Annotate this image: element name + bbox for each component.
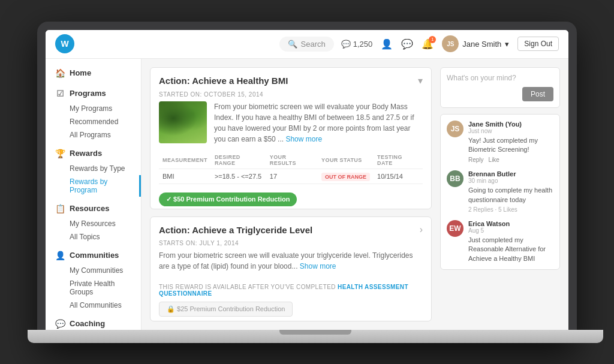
card-triglyceride: Action: Achieve a Triglyceride Level › S… <box>150 216 432 321</box>
sidebar-item-communities[interactable]: 👤 Communities <box>46 247 141 264</box>
card-triglyceride-show-more[interactable]: Show more <box>300 262 336 270</box>
feed-content-0: Jane Smith (You) Just now Yay! Just comp… <box>468 121 553 164</box>
cell-measurement: BMI <box>159 169 211 183</box>
card-triglyceride-header: Action: Achieve a Triglyceride Level › <box>151 217 431 240</box>
sidebar-item-rewards-by-type[interactable]: Rewards by Type <box>46 162 141 175</box>
sidebar-item-my-resources[interactable]: My Resources <box>46 217 141 230</box>
feed-time-2: Aug 5 <box>468 227 553 234</box>
cell-results: 17 <box>266 169 318 183</box>
feed-item-0: JS Jane Smith (You) Just now Yay! Just c… <box>447 121 553 164</box>
card-bmi-chevron[interactable]: ▾ <box>418 75 423 86</box>
sidebar-section-coaching: 💬 Coaching My Coaching Sessions My Quest… <box>46 315 141 330</box>
messages-icon-btn[interactable]: 💬 <box>401 38 413 50</box>
sidebar-item-my-programs[interactable]: My Programs <box>46 102 141 115</box>
col-your-status: YOUR STATUS <box>318 152 374 169</box>
coaching-label: Coaching <box>70 319 105 328</box>
sidebar: 🏠 Home ☑ Programs My Programs Recommende… <box>46 59 142 330</box>
feed-avatar-2: EW <box>447 220 463 237</box>
card-triglyceride-body: From your biometric screen we will evalu… <box>151 250 431 279</box>
card-triglyceride-title: Action: Achieve a Triglyceride Level <box>159 225 312 235</box>
card-bmi-body: From your biometric screen we will evalu… <box>151 101 431 152</box>
home-label: Home <box>70 68 91 77</box>
feed-name-0: Jane Smith (You) <box>468 121 553 128</box>
navbar-icons: 💬 1,250 👤 💬 🔔 1 JS Jane Smith ▾ Sign Out <box>341 35 559 52</box>
col-desired-range: DESIRED RANGE <box>211 152 266 169</box>
feed-avatar-0: JS <box>447 121 463 137</box>
cell-desired-range: >=18.5 - <=27.5 <box>211 169 266 183</box>
logo[interactable]: W <box>55 34 74 53</box>
feed-name-2: Erica Watson <box>468 220 553 227</box>
card-bmi-show-more[interactable]: Show more <box>285 135 322 143</box>
card-bmi-meta: STARTED ON: OCTOBER 15, 2014 <box>151 91 431 101</box>
cell-status: OUT OF RANGE <box>318 169 374 183</box>
sidebar-item-recommended[interactable]: Recommended <box>46 115 141 128</box>
biometric-table: MEASUREMENT DESIRED RANGE YOUR RESULTS Y… <box>159 152 423 184</box>
communities-label: Communities <box>70 251 119 260</box>
programs-label: Programs <box>70 89 106 98</box>
sidebar-item-private-health-groups[interactable]: Private Health Groups <box>46 277 141 299</box>
col-testing-date: TESTING DATE <box>374 152 423 169</box>
chevron-down-icon: ▾ <box>505 40 509 49</box>
feed-stats-1: 2 Replies · 5 Likes <box>468 206 553 213</box>
main-layout: 🏠 Home ☑ Programs My Programs Recommende… <box>46 59 568 330</box>
search-bar[interactable]: 🔍 Search <box>279 37 334 52</box>
sidebar-section-programs: ☑ Programs My Programs Recommended All P… <box>46 85 141 142</box>
table-row: BMI >=18.5 - <=27.5 17 OUT OF RANGE 10/1… <box>159 169 423 183</box>
home-icon: 🏠 <box>55 68 65 78</box>
feed-avatar-1: BB <box>447 170 463 187</box>
notification-badge: 1 <box>429 36 436 43</box>
sidebar-section-communities: 👤 Communities My Communities Private Hea… <box>46 247 141 312</box>
sidebar-item-home[interactable]: 🏠 Home <box>46 65 141 82</box>
feed-content-1: Brennan Butler 30 min ago Going to compl… <box>468 170 553 213</box>
card-triglyceride-chevron[interactable]: › <box>420 224 423 235</box>
feed-time-0: Just now <box>468 128 553 134</box>
social-sidebar: What's on your mind? Post JS Jane <box>440 67 560 321</box>
coaching-icon: 💬 <box>55 319 65 329</box>
sidebar-section-resources: 📋 Resources My Resources All Topics <box>46 200 141 243</box>
col-measurement: MEASUREMENT <box>159 152 211 169</box>
card-bmi-image <box>159 101 207 143</box>
reply-link-0[interactable]: Reply <box>468 157 484 163</box>
sidebar-section-rewards: 🏆 Rewards Rewards by Type Rewards by Pro… <box>46 145 141 197</box>
user-avatar: JS <box>442 35 459 52</box>
like-link-0[interactable]: Like <box>489 157 499 163</box>
sidebar-item-rewards-by-program[interactable]: Rewards by Program <box>46 175 141 197</box>
reward-badge-bmi: ✓ $50 Premium Contribution Reduction <box>159 192 297 206</box>
reward-badge-locked: 🔒 $25 Premium Contribution Reduction <box>159 302 293 317</box>
card-bmi: Action: Achieve a Healthy BMI ▾ STARTED … <box>150 67 432 210</box>
post-placeholder: What's on your mind? <box>447 74 553 82</box>
signout-button[interactable]: Sign Out <box>517 37 559 51</box>
sidebar-item-all-programs[interactable]: All Programs <box>46 128 141 142</box>
rewards-icon: 🏆 <box>55 149 65 158</box>
card-bmi-header: Action: Achieve a Healthy BMI ▾ <box>151 68 431 91</box>
sidebar-item-all-topics[interactable]: All Topics <box>46 230 141 243</box>
resources-icon: 📋 <box>55 204 65 213</box>
post-button[interactable]: Post <box>522 87 553 101</box>
sidebar-item-my-communities[interactable]: My Communities <box>46 264 141 277</box>
rewards-label: Rewards <box>70 149 102 158</box>
user-menu[interactable]: JS Jane Smith ▾ <box>442 35 509 52</box>
navbar: W 🔍 Search 💬 1,250 👤 💬 🔔 1 <box>46 30 568 59</box>
card-triglyceride-description: From your biometric screen we will evalu… <box>159 250 423 272</box>
user-name: Jane Smith <box>462 40 501 49</box>
communities-icon: 👤 <box>55 251 65 260</box>
search-placeholder: Search <box>301 40 326 49</box>
content-main: Action: Achieve a Healthy BMI ▾ STARTED … <box>150 67 432 321</box>
card-triglyceride-meta: STARTS ON: JULY 1, 2014 <box>151 240 431 250</box>
points-icon: 💬 <box>341 40 351 49</box>
sidebar-item-programs[interactable]: ☑ Programs <box>46 85 141 102</box>
points-display: 💬 1,250 <box>341 40 373 49</box>
notifications-icon-btn[interactable]: 🔔 1 <box>422 38 434 50</box>
points-value: 1,250 <box>353 40 373 49</box>
sidebar-item-all-communities[interactable]: All Communities <box>46 299 141 312</box>
feed-item-2: EW Erica Watson Aug 5 Just completed my … <box>447 220 553 263</box>
card-bmi-title: Action: Achieve a Healthy BMI <box>159 76 288 86</box>
sidebar-item-coaching[interactable]: 💬 Coaching <box>46 315 141 330</box>
availability-notice: THIS REWARD IS AVAILABLE AFTER YOU'VE CO… <box>151 279 431 299</box>
profile-icon-btn[interactable]: 👤 <box>381 38 393 50</box>
programs-icon: ☑ <box>55 89 65 98</box>
sidebar-item-rewards[interactable]: 🏆 Rewards <box>46 145 141 162</box>
feed-text-0: Yay! Just completed my Biometric Screeni… <box>468 136 553 155</box>
feed-name-1: Brennan Butler <box>468 170 553 178</box>
sidebar-item-resources[interactable]: 📋 Resources <box>46 200 141 217</box>
